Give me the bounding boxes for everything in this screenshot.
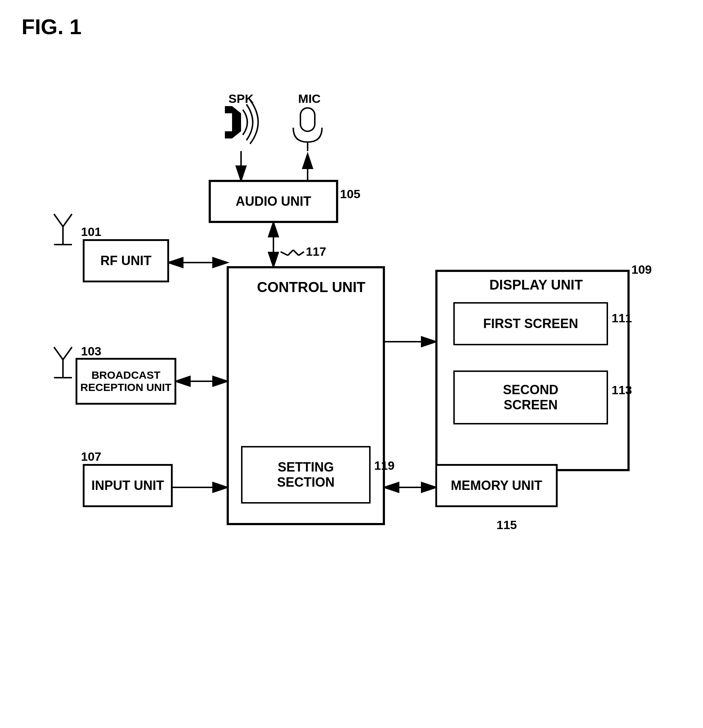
rf-unit-box: RF UNIT	[83, 239, 169, 282]
setting-section-ref: 119	[374, 459, 395, 472]
svg-line-5	[63, 214, 72, 227]
svg-line-20	[288, 250, 293, 256]
first-screen-ref: 111	[612, 311, 632, 325]
mic-label: MIC	[295, 92, 324, 106]
second-screen-ref: 113	[612, 383, 632, 397]
fig-title: FIG. 1	[22, 14, 82, 39]
svg-line-21	[293, 250, 299, 256]
display-unit-ref: 109	[631, 263, 652, 277]
wire-117-ref: 117	[306, 244, 326, 259]
memory-unit-ref: 115	[496, 518, 517, 532]
input-unit-box: INPUT UNIT	[83, 464, 173, 507]
rf-unit-ref: 101	[81, 225, 101, 239]
svg-line-22	[299, 252, 304, 256]
audio-unit-ref: 105	[340, 187, 360, 201]
broadcast-unit-box: BROADCAST RECEPTION UNIT	[75, 358, 176, 404]
setting-section-box: SETTING SECTION	[241, 446, 370, 504]
svg-line-19	[281, 252, 288, 256]
svg-marker-13	[225, 113, 232, 131]
svg-line-4	[54, 214, 63, 227]
first-screen-box: FIRST SCREEN	[453, 302, 608, 345]
memory-unit-box: MEMORY UNIT	[435, 464, 558, 507]
spk-label: SPK	[220, 92, 263, 106]
audio-unit-box: AUDIO UNIT	[209, 180, 338, 223]
broadcast-unit-ref: 103	[81, 344, 101, 358]
svg-line-8	[54, 347, 63, 360]
input-unit-ref: 107	[81, 449, 101, 464]
svg-rect-14	[301, 108, 315, 131]
second-screen-box: SECOND SCREEN	[453, 370, 608, 425]
svg-line-9	[63, 347, 72, 360]
svg-marker-12	[225, 106, 241, 139]
